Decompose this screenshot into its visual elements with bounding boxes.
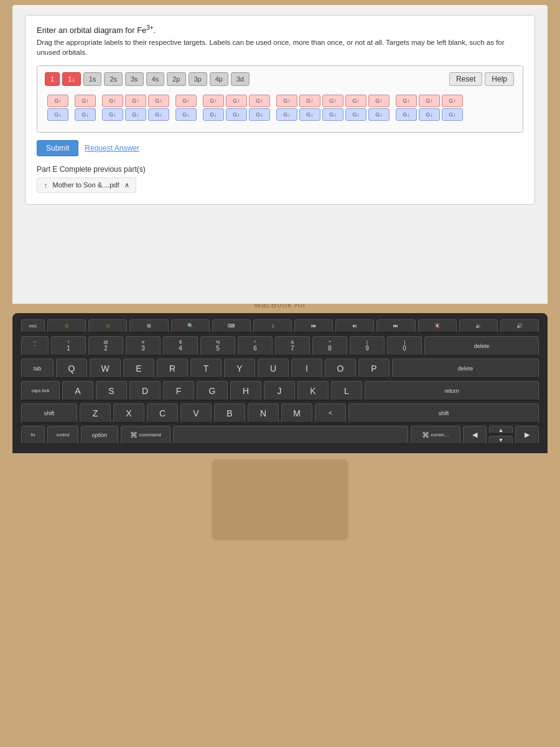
help-button[interactable]: Help [485,72,514,86]
label-btn-3d[interactable]: 3d [231,72,250,86]
orbital-slot[interactable]: G↑ [249,95,270,107]
key-caps-lock[interactable]: caps lock [21,381,60,401]
key-s[interactable]: S [96,381,127,401]
key-7[interactable]: &7 [275,336,310,356]
orbital-slot[interactable]: G↓ [203,108,224,121]
label-btn-3s[interactable]: 3s [125,72,144,86]
key-f11[interactable]: 🔉 [459,319,498,333]
orbital-slot[interactable]: G↑ [322,95,343,107]
orbital-slot[interactable]: G↑ [396,95,417,107]
orbital-slot[interactable]: G↓ [125,108,146,121]
key-fn-bottom[interactable]: fn [21,426,45,444]
orbital-slot[interactable]: G↑ [442,95,463,107]
key-f10[interactable]: 🔇 [418,319,457,333]
orbital-slot[interactable]: G↓ [148,108,169,121]
orbital-slot[interactable]: G↑ [148,95,169,107]
key-k[interactable]: K [297,381,329,401]
orbital-slot[interactable]: G↑ [75,95,96,107]
orbital-slot[interactable]: G↑ [226,95,247,107]
orbital-slot[interactable]: G↑ [125,95,146,107]
label-btn-4s[interactable]: 4s [146,72,165,86]
key-control[interactable]: control [47,426,78,444]
key-2[interactable]: @2 [88,336,123,356]
key-b[interactable]: B [214,403,245,423]
key-i[interactable]: I [291,359,322,378]
key-u[interactable]: U [258,359,289,378]
key-9[interactable]: (9 [350,336,385,356]
key-arrow-right[interactable]: ▶ [515,426,539,444]
key-f[interactable]: F [163,381,194,401]
orbital-slot[interactable]: G↑ [203,95,224,107]
key-command-left[interactable]: ⌘ command [121,426,170,444]
key-f4[interactable]: 🔍 [171,319,210,333]
orbital-slot[interactable]: G↓ [75,108,96,121]
orbital-slot[interactable]: G↓ [249,108,270,121]
orbital-slot[interactable]: G↓ [175,108,197,121]
orbital-slot[interactable]: G↑ [175,95,197,107]
key-return[interactable]: return [365,381,539,401]
key-f12[interactable]: 🔊 [500,319,539,333]
label-btn-2p[interactable]: 2p [167,72,185,86]
label-btn-4p[interactable]: 4p [210,72,228,86]
orbital-slot[interactable]: G↓ [276,108,297,121]
orbital-slot[interactable]: G↑ [102,95,123,107]
key-f1[interactable]: 🔆 [47,319,86,333]
key-arrow-down[interactable]: ▼ [489,436,513,444]
key-0[interactable]: )0 [387,336,422,356]
key-f2[interactable]: 🔆 [88,319,127,333]
touchpad[interactable] [212,459,348,540]
orbital-slot[interactable]: G↓ [442,108,463,121]
key-backtick[interactable]: ~` [21,336,49,356]
key-f6[interactable]: ☾ [253,319,292,333]
orbital-slot[interactable]: G↑ [419,95,440,107]
key-f8[interactable]: ⏯ [335,319,374,333]
label-btn-3p[interactable]: 3p [189,72,207,86]
key-f3[interactable]: ⊞ [129,319,168,333]
label-btn-1[interactable]: 1 [45,72,60,86]
key-1[interactable]: !1 [51,336,86,356]
download-bar[interactable]: ↑ Mother to Son &....pdf ∧ [37,177,136,193]
key-backspace[interactable]: delete [424,336,539,356]
label-btn-1s[interactable]: 1s [83,72,102,86]
key-4[interactable]: $4 [163,336,198,356]
key-o[interactable]: O [325,359,356,378]
orbital-slot[interactable]: G↓ [322,108,343,121]
orbital-slot[interactable]: G↓ [299,108,320,121]
key-e[interactable]: E [123,359,154,378]
key-tab[interactable]: tab [21,359,54,378]
key-f5[interactable]: ⌨ [212,319,251,333]
orbital-slot[interactable]: G↓ [368,108,390,121]
key-w[interactable]: W [90,359,121,378]
key-v[interactable]: V [180,403,212,423]
key-n[interactable]: N [248,403,279,423]
key-j[interactable]: J [264,381,295,401]
key-p[interactable]: P [358,359,390,378]
key-f9[interactable]: ⏭ [376,319,415,333]
key-c[interactable]: C [147,403,178,423]
key-3[interactable]: #3 [126,336,161,356]
key-arrow-up[interactable]: ▲ [489,426,513,435]
key-arrow-left[interactable]: ◀ [463,426,487,444]
orbital-slot[interactable]: G↓ [345,108,366,121]
key-esc[interactable]: esc [21,319,45,333]
key-h[interactable]: H [230,381,261,401]
key-a[interactable]: A [62,381,93,401]
orbital-slot[interactable]: G↑ [368,95,390,107]
key-r[interactable]: R [157,359,188,378]
key-5[interactable]: %5 [200,336,235,356]
key-8[interactable]: *8 [312,336,347,356]
key-y[interactable]: Y [224,359,255,378]
key-command-right[interactable]: ⌘ comm… [411,426,460,444]
orbital-slot[interactable]: G↓ [396,108,417,121]
key-l[interactable]: L [331,381,362,401]
orbital-slot[interactable]: G↓ [419,108,440,121]
key-shift-left[interactable]: shift [21,403,77,423]
key-delete[interactable]: delete [392,359,539,378]
key-q[interactable]: Q [56,359,87,378]
request-answer-link[interactable]: Request Answer [85,144,139,153]
key-d[interactable]: D [129,381,161,401]
key-t[interactable]: T [190,359,222,378]
key-option-left[interactable]: option [81,426,118,444]
orbital-slot[interactable]: G↑ [47,95,68,107]
orbital-slot[interactable]: G↓ [47,108,68,121]
